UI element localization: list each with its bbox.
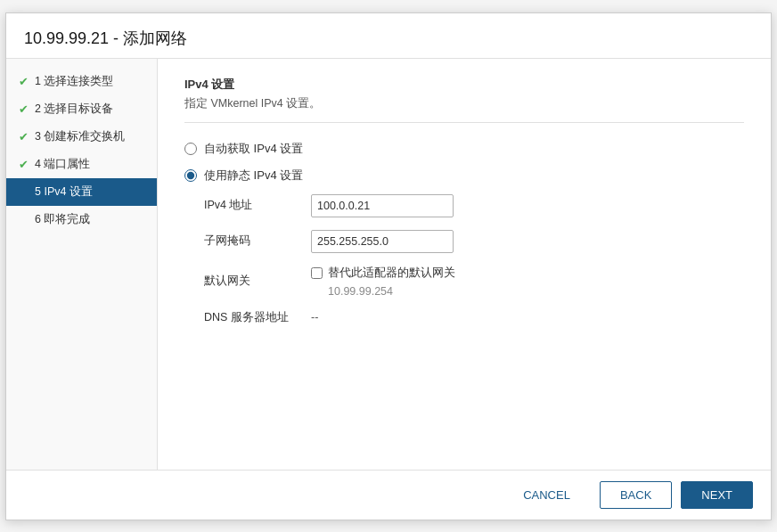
radio-static-label[interactable]: 使用静态 IPv4 设置 xyxy=(204,168,303,184)
ipv4-input[interactable] xyxy=(311,194,454,217)
sidebar-label-step4: 4 端口属性 xyxy=(35,157,90,172)
sidebar-item-step2[interactable]: ✔ 2 选择目标设备 xyxy=(6,95,157,123)
add-network-dialog: 10.99.99.21 - 添加网络 ✔ 1 选择连接类型 ✔ 2 选择目标设备… xyxy=(5,12,772,520)
radio-auto-label[interactable]: 自动获取 IPv4 设置 xyxy=(204,141,303,157)
dialog-footer: CANCEL BACK NEXT xyxy=(6,470,771,520)
sidebar: ✔ 1 选择连接类型 ✔ 2 选择目标设备 ✔ 3 创建标准交换机 ✔ 4 端口… xyxy=(6,59,158,470)
subnet-input[interactable] xyxy=(311,230,454,253)
gateway-sub: 10.99.99.254 xyxy=(328,284,455,298)
sidebar-label-step2: 2 选择目标设备 xyxy=(35,102,113,117)
check-icon-step4: ✔ xyxy=(17,158,29,171)
radio-group: 自动获取 IPv4 设置 使用静态 IPv4 设置 IPv4 地址 xyxy=(184,141,744,325)
ipv4-label: IPv4 地址 xyxy=(204,198,311,213)
sidebar-label-step5: 5 IPv4 设置 xyxy=(35,184,93,200)
radio-auto-row: 自动获取 IPv4 设置 xyxy=(184,141,744,157)
subnet-label: 子网掩码 xyxy=(204,233,311,249)
check-icon-step3: ✔ xyxy=(17,130,29,143)
sidebar-item-step3[interactable]: ✔ 3 创建标准交换机 xyxy=(6,123,157,151)
sidebar-item-step5[interactable]: 5 IPv4 设置 xyxy=(6,178,157,206)
sidebar-item-step6[interactable]: 6 即将完成 xyxy=(6,206,157,233)
dialog-header: 10.99.99.21 - 添加网络 xyxy=(6,13,771,59)
dns-row: DNS 服务器地址 -- xyxy=(204,310,744,325)
main-content: IPv4 设置 指定 VMkernel IPv4 设置。 自动获取 IPv4 设… xyxy=(158,59,771,470)
cancel-button[interactable]: CANCEL xyxy=(503,481,591,509)
gateway-checkbox[interactable] xyxy=(311,267,323,279)
dialog-body: ✔ 1 选择连接类型 ✔ 2 选择目标设备 ✔ 3 创建标准交换机 ✔ 4 端口… xyxy=(6,59,771,470)
gateway-row: 默认网关 替代此适配器的默认网关 10.99.99.254 xyxy=(204,266,744,298)
section-title: IPv4 设置 xyxy=(184,77,744,93)
gateway-checkbox-label[interactable]: 替代此适配器的默认网关 xyxy=(328,266,455,281)
radio-auto[interactable] xyxy=(184,143,197,155)
sidebar-label-step6: 6 即将完成 xyxy=(35,212,90,227)
check-icon-step1: ✔ xyxy=(17,75,29,88)
dialog-title: 10.99.99.21 - 添加网络 xyxy=(24,28,753,49)
ipv4-address-row: IPv4 地址 xyxy=(204,194,744,217)
sidebar-label-step1: 1 选择连接类型 xyxy=(35,74,113,89)
radio-static-row: 使用静态 IPv4 设置 xyxy=(184,168,744,184)
sidebar-label-step3: 3 创建标准交换机 xyxy=(35,129,125,144)
check-icon-step2: ✔ xyxy=(17,102,29,116)
gateway-checkbox-row: 替代此适配器的默认网关 xyxy=(311,266,455,281)
static-form-section: IPv4 地址 子网掩码 默认网关 替代此 xyxy=(204,194,744,325)
dns-label: DNS 服务器地址 xyxy=(204,310,311,325)
section-desc: 指定 VMkernel IPv4 设置。 xyxy=(184,96,744,123)
sidebar-item-step1[interactable]: ✔ 1 选择连接类型 xyxy=(6,68,157,95)
gateway-label: 默认网关 xyxy=(204,274,311,289)
gateway-hint: 10.99.99.254 xyxy=(328,285,393,298)
radio-static[interactable] xyxy=(184,169,197,182)
dns-value: -- xyxy=(311,311,318,323)
back-button[interactable]: BACK xyxy=(600,481,672,509)
sidebar-item-step4[interactable]: ✔ 4 端口属性 xyxy=(6,151,157,178)
subnet-row: 子网掩码 xyxy=(204,230,744,253)
next-button[interactable]: NEXT xyxy=(681,481,753,509)
gateway-controls: 替代此适配器的默认网关 10.99.99.254 xyxy=(311,266,455,298)
